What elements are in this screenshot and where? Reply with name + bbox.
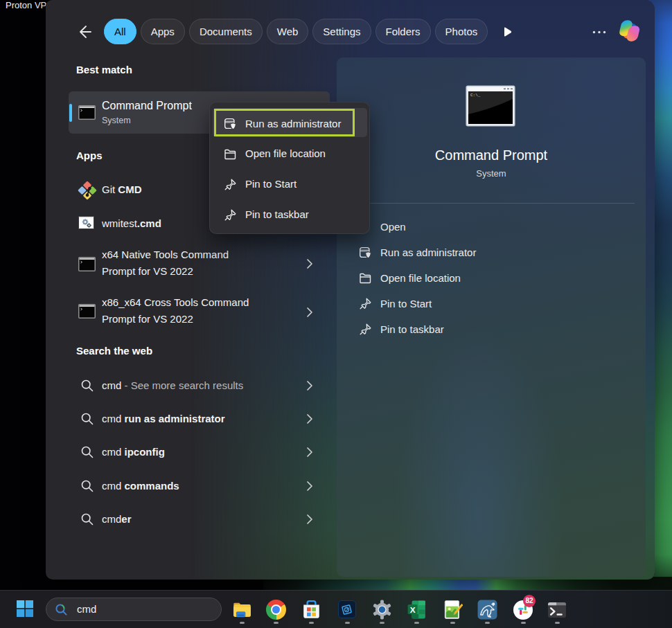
svg-text:X: X <box>409 605 415 615</box>
svg-text:C:\_: C:\_ <box>470 93 481 98</box>
